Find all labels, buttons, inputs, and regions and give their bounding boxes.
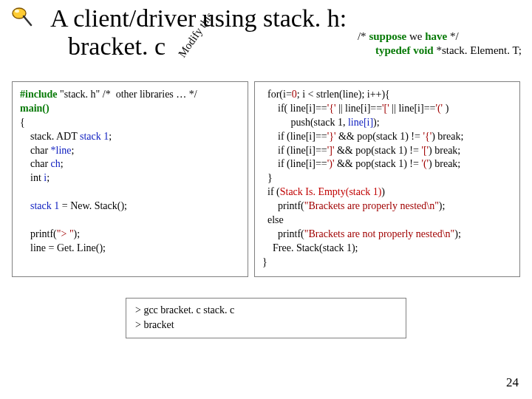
code-columns: #include "stack. h" /* other libraries …… (0, 72, 532, 277)
pushpin-icon (9, 3, 35, 33)
left-code-box: #include "stack. h" /* other libraries …… (12, 81, 248, 277)
slide-header: A client/driver using stack. h: bracket.… (0, 0, 532, 61)
svg-point-1 (15, 10, 19, 13)
page-number: 24 (506, 375, 519, 390)
slide-title-line1: A client/driver using stack. h: (10, 4, 525, 33)
command-box: > gcc bracket. c stack. c > bracket (126, 298, 406, 338)
slide-title-line2: bracket. c (10, 33, 166, 61)
typedef-comment: /* suppose we have */ typedef void *stac… (358, 30, 522, 58)
right-code-box: for(i=0; i < strlen(line); i++){ if( lin… (254, 81, 520, 277)
